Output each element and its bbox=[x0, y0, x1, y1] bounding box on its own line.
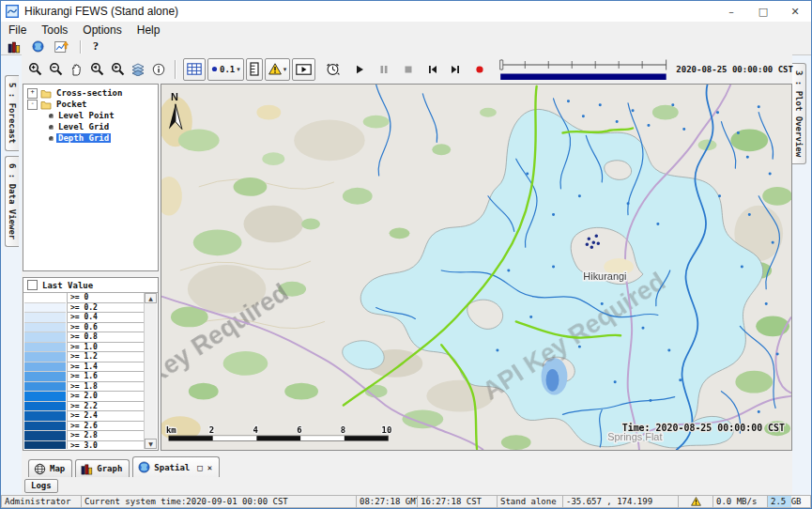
status-bar: Administrator Current system time:2020-0… bbox=[1, 495, 811, 508]
collapse-icon[interactable]: - bbox=[27, 100, 38, 110]
menu-tools[interactable]: Tools bbox=[41, 23, 68, 37]
legend-label: >= 3.0 bbox=[67, 441, 145, 450]
warning-icon bbox=[268, 63, 282, 75]
interval-dropdown[interactable]: 0.1 ▾ bbox=[207, 58, 244, 81]
last-value-checkbox[interactable] bbox=[27, 280, 38, 290]
data-viewer-panel: + Cross-section - Pocket Level Point Lev… bbox=[22, 84, 161, 451]
legend-row: >= 2.6 bbox=[24, 422, 145, 432]
tab-graph[interactable]: Graph bbox=[75, 459, 130, 477]
stop-button[interactable] bbox=[400, 61, 417, 78]
menu-options[interactable]: Options bbox=[83, 23, 121, 37]
tree-item-depth-grid[interactable]: Depth Grid bbox=[23, 132, 158, 144]
slider-handle[interactable] bbox=[500, 60, 503, 69]
legend-swatch bbox=[24, 422, 66, 432]
scroll-up-icon[interactable]: ▲ bbox=[145, 293, 157, 303]
legend-row: >= 0.4 bbox=[24, 313, 145, 323]
map-toolbar: 0.1 ▾ ▾ 2020-08-25 00:00:00 CS bbox=[22, 54, 792, 84]
filter-tree[interactable]: + Cross-section - Pocket Level Point Lev… bbox=[23, 84, 159, 271]
node-bullet-icon bbox=[49, 136, 54, 141]
legend-swatch bbox=[24, 352, 66, 362]
menu-bar: File Tools Options Help bbox=[1, 22, 811, 39]
play-button[interactable] bbox=[351, 61, 368, 78]
status-local-time: 16:27:18 CST bbox=[417, 495, 497, 508]
grid-toggle-button[interactable] bbox=[183, 58, 206, 81]
logs-button[interactable]: Logs bbox=[24, 479, 58, 493]
legend-row: >= 1.8 bbox=[24, 382, 145, 393]
skip-start-button[interactable] bbox=[424, 61, 441, 78]
legend-label: >= 0 bbox=[67, 293, 145, 303]
chevron-down-icon: ▾ bbox=[283, 66, 287, 73]
skip-end-button[interactable] bbox=[447, 61, 464, 78]
svg-text:4: 4 bbox=[253, 425, 257, 435]
current-datetime: 2020-08-25 00:00:00 CST bbox=[676, 65, 795, 74]
record-button[interactable] bbox=[471, 61, 488, 78]
legend-swatch bbox=[24, 293, 66, 303]
folder-icon bbox=[40, 88, 52, 99]
tab-plot-overview[interactable]: 3 : Plot Overview bbox=[792, 63, 806, 164]
legend-swatch bbox=[24, 313, 66, 323]
zoom-previous-icon[interactable] bbox=[87, 60, 106, 79]
last-value-row: Last Value bbox=[23, 278, 158, 293]
legend-swatch bbox=[24, 392, 66, 402]
zoom-out-icon[interactable] bbox=[46, 60, 65, 79]
svg-text:6: 6 bbox=[297, 425, 301, 435]
close-button[interactable]: ✕ bbox=[779, 1, 811, 22]
timer-icon[interactable] bbox=[323, 60, 342, 79]
animation-button[interactable] bbox=[292, 58, 315, 81]
map-time-overlay: Time: 2020-08-25 00:00:00 CST bbox=[622, 423, 785, 433]
warning-icon bbox=[691, 497, 701, 506]
legend-label: >= 0.2 bbox=[67, 303, 145, 314]
layers-icon[interactable] bbox=[129, 60, 147, 79]
tab-forecast[interactable]: 5 : Forecast bbox=[5, 75, 19, 151]
tree-item-cross-section[interactable]: + Cross-section bbox=[23, 87, 158, 99]
bar-chart-icon bbox=[81, 463, 93, 475]
database-icon[interactable] bbox=[7, 40, 22, 54]
tree-item-level-point[interactable]: Level Point bbox=[23, 110, 158, 121]
minimize-button[interactable]: – bbox=[715, 1, 747, 22]
legend-row: >= 2.2 bbox=[24, 402, 145, 412]
expand-icon[interactable]: + bbox=[27, 88, 38, 99]
pan-icon[interactable] bbox=[67, 60, 85, 79]
svg-text:km: km bbox=[166, 425, 176, 435]
map-canvas[interactable]: API Key Required API Key Required bbox=[161, 84, 792, 451]
tab-map[interactable]: Map bbox=[28, 459, 72, 477]
tab-spatial[interactable]: Spatial □ ✕ bbox=[132, 456, 220, 477]
tab-close-icon[interactable]: ✕ bbox=[207, 463, 212, 472]
tab-data-viewer[interactable]: 6 : Data Viewer bbox=[5, 156, 19, 247]
legend-label: >= 2.6 bbox=[67, 422, 145, 432]
tree-item-level-grid[interactable]: Level Grid bbox=[23, 121, 158, 132]
scroll-down-icon[interactable]: ▼ bbox=[145, 439, 157, 449]
zoom-next-icon[interactable] bbox=[108, 60, 127, 79]
warning-dropdown[interactable]: ▾ bbox=[265, 58, 291, 81]
globe-wire-icon bbox=[34, 463, 46, 475]
legend-label: >= 0.4 bbox=[67, 313, 145, 323]
info-icon[interactable] bbox=[149, 60, 168, 79]
status-network-rate: 0.0 MB/s bbox=[712, 495, 767, 508]
help-icon[interactable]: ? bbox=[93, 39, 99, 54]
legend-row: >= 3.0 bbox=[24, 441, 145, 450]
menu-help[interactable]: Help bbox=[137, 23, 161, 37]
legend-row: >= 2.0 bbox=[24, 392, 145, 402]
legend-label: >= 1.4 bbox=[67, 362, 145, 373]
status-warning-cell[interactable] bbox=[678, 495, 712, 508]
time-slider[interactable] bbox=[499, 57, 668, 82]
menu-file[interactable]: File bbox=[8, 23, 26, 37]
status-coordinates: -35.657 , 174.199 bbox=[562, 495, 678, 508]
chart-display-icon[interactable] bbox=[54, 40, 69, 54]
tab-maximize-icon[interactable]: □ bbox=[197, 463, 202, 472]
app-icon bbox=[6, 5, 19, 18]
left-tab-strip: 5 : Forecast 6 : Data Viewer bbox=[1, 54, 22, 495]
scale-button[interactable] bbox=[246, 58, 263, 81]
tree-item-pocket[interactable]: - Pocket bbox=[23, 99, 158, 110]
legend-row: >= 0 bbox=[24, 293, 145, 303]
legend-swatch bbox=[24, 402, 66, 412]
legend-row: >= 1.2 bbox=[24, 352, 145, 362]
legend-scrollbar[interactable]: ▲ ▼ bbox=[144, 293, 157, 449]
zoom-in-icon[interactable] bbox=[25, 60, 44, 79]
maximize-button[interactable]: □ bbox=[747, 1, 779, 22]
pause-button[interactable] bbox=[375, 61, 392, 78]
globe-icon[interactable] bbox=[30, 40, 45, 54]
legend-swatch bbox=[24, 303, 66, 314]
toolbar-separator bbox=[175, 60, 176, 79]
legend-label: >= 0.6 bbox=[67, 323, 145, 333]
